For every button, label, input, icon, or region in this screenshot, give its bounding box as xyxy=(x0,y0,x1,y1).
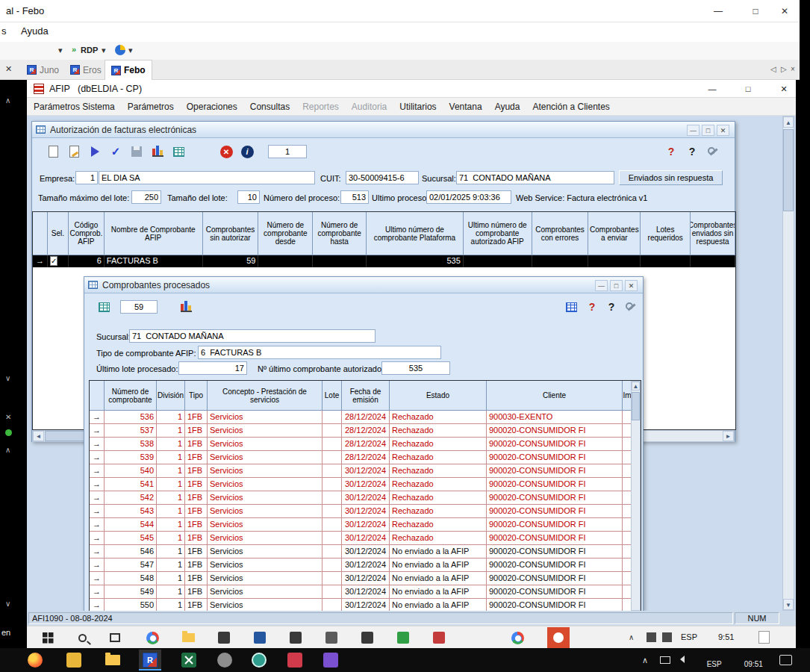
edge-chevron-up-icon[interactable]: ∧ xyxy=(5,96,10,105)
col-cliente[interactable]: Cliente xyxy=(487,381,623,411)
edge-chevron-down-icon[interactable]: ∨ xyxy=(5,374,10,382)
table-row[interactable]: 540 1 1FB Servicios 30/12/2024 Rechazado… xyxy=(90,464,641,478)
app-button-7[interactable] xyxy=(430,629,448,646)
empresa-name-field[interactable]: EL DIA SA xyxy=(99,171,315,184)
col-hasta[interactable]: Número de comprobante hasta xyxy=(313,212,367,255)
scroll-thumb[interactable] xyxy=(783,129,794,211)
table-row[interactable]: 538 1 1FB Servicios 28/12/2024 Rechazado… xyxy=(90,438,641,451)
tab-scroll-left-icon[interactable]: ◁ xyxy=(770,65,776,73)
confirm-button[interactable]: ✓ xyxy=(107,143,125,161)
app-button-1[interactable] xyxy=(215,629,233,646)
menu-auditoria[interactable]: Auditoria xyxy=(352,102,387,112)
tab-juno[interactable]: R Juno xyxy=(21,60,65,80)
win2-minimize-button[interactable]: — xyxy=(595,280,608,291)
tray-chevron-up-icon[interactable]: ∧ xyxy=(642,656,648,665)
col-enviados[interactable]: Comprobantes enviados sin respuesta xyxy=(691,212,735,255)
grid2-vertical-scrollbar[interactable]: ▲ xyxy=(631,381,641,611)
procesados-titlebar[interactable]: Comprobantes procesados — □ ✕ xyxy=(84,277,643,293)
table-row[interactable]: 545 1 1FB Servicios 30/12/2024 Rechazado… xyxy=(90,532,641,545)
scroll-down-icon[interactable]: ▼ xyxy=(783,599,794,610)
network-tray-icon[interactable] xyxy=(647,632,656,642)
app-button-5[interactable] xyxy=(358,629,376,646)
kdenlive-button[interactable] xyxy=(284,650,306,671)
col-numero[interactable]: Número de comprobante xyxy=(105,381,157,411)
table-row[interactable]: 537 1 1FB Servicios 28/12/2024 Rechazado… xyxy=(90,424,641,438)
table-view-button[interactable] xyxy=(562,298,580,316)
table-row[interactable]: 547 1 1FB Servicios 30/12/2024 No enviad… xyxy=(90,559,641,572)
tab-close-icon[interactable]: × xyxy=(791,65,795,73)
host-maximize-button[interactable]: □ xyxy=(741,0,770,22)
app-button-3[interactable] xyxy=(287,629,305,646)
app-button-yellow[interactable] xyxy=(63,650,85,671)
search-button[interactable] xyxy=(73,629,91,646)
tray-chevron-up-icon[interactable]: ∧ xyxy=(629,633,634,641)
host-menu-fragment[interactable]: s xyxy=(1,25,7,37)
help-button[interactable]: ? xyxy=(683,143,701,161)
empresa-num-field[interactable]: 1 xyxy=(75,171,98,184)
col-plataforma[interactable]: Ultimo número de comprobante Plataforma xyxy=(367,212,464,255)
scroll-up-icon[interactable]: ▲ xyxy=(632,382,640,391)
table-row[interactable]: 550 1 1FB Servicios 30/12/2024 No enviad… xyxy=(90,599,641,611)
run-button[interactable] xyxy=(86,143,104,161)
krita-button[interactable] xyxy=(320,650,342,671)
export-grid-button[interactable] xyxy=(169,143,187,161)
scroll-thumb[interactable] xyxy=(632,392,640,420)
col-division[interactable]: División xyxy=(157,381,185,411)
volume-tray-icon[interactable] xyxy=(662,632,672,642)
save-button[interactable] xyxy=(128,143,146,161)
clock[interactable]: 09:51 02/01/2025 xyxy=(723,651,772,672)
col-indicator[interactable] xyxy=(33,212,48,255)
table-row[interactable]: 539 1 1FB Servicios 28/12/2024 Rechazado… xyxy=(90,451,641,464)
tab-eros[interactable]: R Eros xyxy=(64,60,108,80)
globe-caret-icon[interactable]: ▾ xyxy=(128,46,133,55)
selected-row[interactable]: → ✓ 6 FACTURAS B 59 535 xyxy=(33,255,735,267)
tamano-maximo-field[interactable]: 250 xyxy=(131,190,161,204)
host-close-button[interactable]: ✕ xyxy=(770,0,800,22)
report-button[interactable] xyxy=(149,143,166,161)
col-errores[interactable]: Comprobantes con errores xyxy=(532,212,589,255)
network-tray-icon[interactable] xyxy=(660,656,670,664)
col-concepto[interactable]: Concepto - Prestación de servicios xyxy=(208,381,323,411)
host-menu-ayuda[interactable]: Ayuda xyxy=(21,25,49,37)
col-sel[interactable]: Sel. xyxy=(48,212,69,255)
menu-atencion-clientes[interactable]: Atención a Clientes xyxy=(532,102,609,112)
edge-chevron-up-icon-2[interactable]: ∧ xyxy=(5,446,10,454)
table-row[interactable]: 536 1 1FB Servicios 28/12/2024 Rechazado… xyxy=(90,411,641,424)
checkbox-checked-icon[interactable]: ✓ xyxy=(50,256,57,266)
host-titlebar[interactable]: al - Febo — □ ✕ xyxy=(0,0,800,22)
cancel-button[interactable]: ✕ xyxy=(217,143,235,161)
remote-app-button[interactable]: R xyxy=(139,650,161,671)
col-estado[interactable]: Estado xyxy=(390,381,487,411)
menu-parametros-sistema[interactable]: Parámetros Sistema xyxy=(34,102,115,112)
col-autorizado[interactable]: Ultimo número de comprobante autorizado … xyxy=(464,212,532,255)
help-context-button[interactable]: ? xyxy=(662,143,680,161)
report-button[interactable] xyxy=(177,298,195,316)
scroll-left-icon[interactable]: ◄ xyxy=(33,431,44,441)
menu-ayuda[interactable]: Ayuda xyxy=(495,102,520,112)
firefox-button[interactable] xyxy=(24,650,46,671)
col-indicator[interactable] xyxy=(90,381,105,411)
enviados-sin-respuesta-button[interactable]: Enviados sin respuesta xyxy=(619,170,723,185)
sucursal-field[interactable]: 71 CONTADO MAÑANA xyxy=(456,171,614,184)
tamano-lote-field[interactable]: 10 xyxy=(237,190,260,204)
host-minimize-button[interactable]: — xyxy=(703,0,733,22)
clock[interactable]: 9:51 xyxy=(718,632,734,641)
cuit-field[interactable]: 30-50009415-6 xyxy=(346,171,419,184)
menu-ventana[interactable]: Ventana xyxy=(449,102,482,112)
table-row[interactable]: 543 1 1FB Servicios 30/12/2024 Rechazado… xyxy=(90,505,641,518)
win2-close-button[interactable]: ✕ xyxy=(625,280,638,291)
table-row[interactable]: 541 1 1FB Servicios 30/12/2024 Rechazado… xyxy=(90,478,641,491)
info-button[interactable]: i xyxy=(238,143,256,161)
file-explorer-button[interactable] xyxy=(179,629,197,646)
properties-button[interactable] xyxy=(65,143,83,161)
menu-parametros[interactable]: Parámetros xyxy=(128,102,174,112)
language-indicator[interactable]: ESP xyxy=(681,632,697,641)
col-lotes[interactable]: Lotes requeridos xyxy=(641,212,691,255)
gimp-button[interactable] xyxy=(214,650,236,671)
col-lote[interactable]: Lote xyxy=(323,381,342,411)
table-row[interactable]: 548 1 1FB Servicios 30/12/2024 No enviad… xyxy=(90,572,641,585)
dropdown-caret-icon[interactable]: ▾ xyxy=(58,46,63,55)
export-grid-button[interactable] xyxy=(95,298,113,316)
help-button[interactable]: ? xyxy=(602,298,620,316)
col-nombre[interactable]: Nombre de Comprobante AFIP xyxy=(105,212,203,255)
